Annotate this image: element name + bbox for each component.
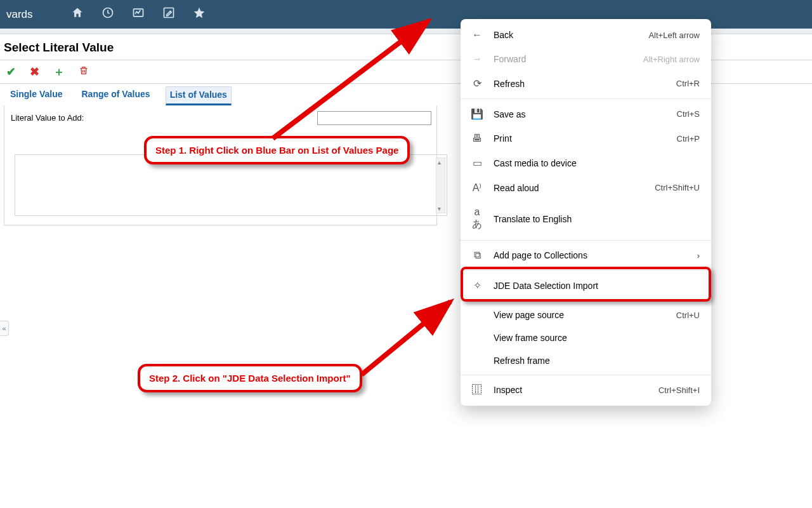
arrow-step1: [266, 11, 444, 145]
tab-range-of-values[interactable]: Range of Values: [77, 86, 154, 105]
ctx-inspect[interactable]: ⿲ Inspect Ctrl+Shift+I: [461, 378, 711, 402]
separator: [461, 300, 711, 301]
delete-button[interactable]: [79, 65, 89, 79]
svg-line-3: [273, 21, 428, 138]
callout-step2: Step 2. Click on "JDE Data Selection Imp…: [138, 364, 362, 392]
add-button[interactable]: ＋: [53, 64, 65, 79]
scrollbar[interactable]: [436, 157, 445, 213]
app-title: vards: [6, 8, 33, 21]
literal-value-label: Literal Value to Add:: [11, 113, 84, 123]
ctx-jde-import[interactable]: ✧ JDE Data Selection Import: [461, 273, 711, 298]
ctx-view-page-source[interactable]: View page source Ctrl+U: [461, 304, 711, 326]
separator: [461, 375, 711, 375]
ctx-cast[interactable]: ▭ Cast media to device: [461, 150, 711, 175]
ctx-save-as[interactable]: 💾 Save as Ctrl+S: [461, 102, 711, 126]
svg-line-4: [362, 302, 450, 375]
print-icon: 🖶: [471, 133, 483, 144]
cancel-button[interactable]: ✖: [30, 65, 39, 79]
extension-icon: ✧: [471, 279, 483, 291]
save-icon: 💾: [471, 108, 483, 120]
collections-icon: ⧉: [471, 250, 483, 261]
read-aloud-icon: A⁾: [471, 182, 483, 194]
ctx-forward: → Forward Alt+Right arrow: [461, 47, 711, 71]
separator: [461, 240, 711, 241]
ctx-view-frame-source[interactable]: View frame source: [461, 326, 711, 349]
separator: [461, 98, 711, 99]
translate-icon: aあ: [471, 206, 483, 231]
ctx-translate[interactable]: aあ Translate to English: [461, 200, 711, 237]
browser-context-menu: ← Back Alt+Left arrow → Forward Alt+Righ…: [461, 19, 711, 406]
edit-icon[interactable]: [162, 6, 175, 22]
tab-single-value[interactable]: Single Value: [6, 86, 66, 105]
ctx-read-aloud[interactable]: A⁾ Read aloud Ctrl+Shift+U: [461, 175, 711, 200]
ctx-back[interactable]: ← Back Alt+Left arrow: [461, 23, 711, 47]
star-icon[interactable]: [193, 6, 206, 22]
tab-list-of-values[interactable]: List of Values: [166, 86, 232, 105]
ctx-print[interactable]: 🖶 Print Ctrl+P: [461, 126, 711, 150]
ctx-add-collections[interactable]: ⧉ Add page to Collections ›: [461, 243, 711, 267]
ctx-refresh[interactable]: ⟳ Refresh Ctrl+R: [461, 71, 711, 96]
refresh-icon: ⟳: [471, 77, 483, 90]
ctx-refresh-frame[interactable]: Refresh frame: [461, 349, 711, 372]
chart-icon[interactable]: [132, 6, 145, 22]
clock-icon[interactable]: [102, 6, 114, 22]
forward-arrow-icon: →: [471, 53, 483, 65]
inspect-icon: ⿲: [471, 384, 483, 396]
topbar-actions: [71, 6, 206, 22]
separator: [461, 270, 711, 271]
cast-icon: ▭: [471, 157, 483, 169]
ok-button[interactable]: ✔: [6, 65, 16, 79]
back-arrow-icon: ←: [471, 29, 483, 41]
arrow-step2: [355, 292, 463, 381]
home-icon[interactable]: [71, 6, 84, 22]
collapse-handle[interactable]: «: [0, 321, 9, 336]
chevron-right-icon: ›: [697, 251, 700, 260]
